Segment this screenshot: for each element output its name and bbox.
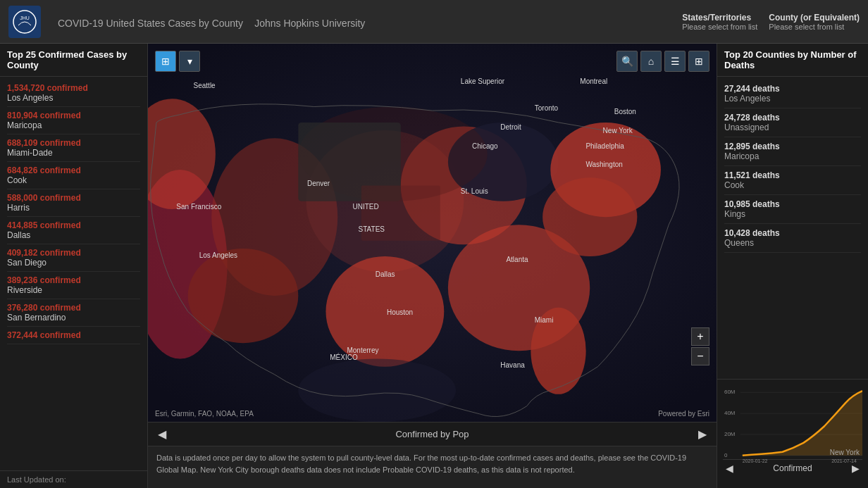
county-name: Riverside [7,285,140,295]
county-name: San Bernardino [7,313,140,323]
svg-point-19 [298,359,456,423]
county-confirmed-count: 588,000 confirmed [7,193,140,203]
county-list-item: 376,280 confirmed San Bernardino [7,299,140,327]
subtitle-text: Johns Hopkins University [254,18,365,29]
zoom-out-button[interactable]: − [691,347,709,365]
county-list-item: 389,236 confirmed Riverside [7,272,140,299]
map-toolbar-right: 🔍 ⌂ ☰ ⊞ [616,51,709,72]
left-panel: Top 25 Confirmed Cases by County 1,534,7… [0,44,148,488]
county-label: County (or Equivalent) [769,13,860,23]
grid-map-button[interactable]: ⊞ [688,51,709,72]
death-list-item: 24,728 deaths Unassigned [724,108,861,137]
county-list-item: 810,904 confirmed Maricopa [7,107,140,134]
zoom-controls: + − [691,327,709,365]
map-toolbar-left: ⊞ ▾ [155,51,200,72]
bottom-nav-bar: ◀ Confirmed by Pop ▶ [148,422,717,446]
death-county: Maricopa [724,151,861,161]
county-name: Harris [7,203,140,213]
info-bar: Data is updated once per day to allow th… [148,446,717,488]
search-map-button[interactable]: 🔍 [616,51,638,72]
county-confirmed-count: 688,109 confirmed [7,138,140,148]
svg-point-15 [326,256,444,367]
svg-point-7 [188,249,299,343]
main-layout: Top 25 Confirmed Cases by County 1,534,7… [0,44,868,488]
death-count: 27,244 deaths [724,84,861,94]
svg-rect-18 [361,185,440,240]
county-list-item: 414,885 confirmed Dallas [7,217,140,244]
death-list-item: 27,244 deaths Los Angeles [724,80,861,108]
map-container[interactable]: ⊞ ▾ 🔍 ⌂ ☰ ⊞ SeattleSan FranciscoLos Ange… [148,44,717,422]
next-map-button[interactable]: ▶ [694,427,711,441]
prev-map-button[interactable]: ◀ [154,427,170,441]
states-selector[interactable]: States/Territories Please select from li… [682,13,757,31]
header-selectors: States/Territories Please select from li… [682,13,860,31]
states-placeholder: Please select from list [682,23,757,31]
svg-text:JHU: JHU [20,15,30,20]
map-powered: Powered by Esri [658,410,709,418]
death-county: Los Angeles [724,94,861,104]
svg-text:40M: 40M [724,410,735,416]
county-list-item: 372,444 confirmed [7,327,140,344]
death-list: 27,244 deaths Los Angeles 24,728 deaths … [717,77,868,256]
county-name: Miami-Dade [7,148,140,158]
county-placeholder: Please select from list [769,23,844,31]
county-name: Los Angeles [7,93,140,103]
county-name: Maricopa [7,120,140,130]
zoom-in-button[interactable]: + [691,327,709,346]
svg-point-14 [542,177,637,256]
county-confirmed-count: 684,826 confirmed [7,165,140,175]
death-list-item: 11,521 deaths Cook [724,166,861,195]
county-name: San Diego [7,258,140,268]
svg-text:2021-07-14: 2021-07-14 [831,458,857,463]
death-count: 10,428 deaths [724,228,861,238]
death-count: 12,895 deaths [724,142,861,151]
chart-label: Confirmed [736,463,849,473]
death-county: Queens [724,238,861,248]
svg-point-12 [531,308,585,394]
last-updated: Last Updated on: [0,470,147,488]
county-name: Dallas [7,230,140,240]
county-confirmed-count: 372,444 confirmed [7,330,140,340]
map-attribution: Esri, Garmin, FAO, NOAA, EPA [155,410,254,418]
info-text: Data is updated once per day to allow th… [156,453,686,474]
new-york-chart-label: New York [723,449,862,456]
county-name: Cook [7,175,140,185]
county-list-item: 688,109 confirmed Miami-Dade [7,134,140,162]
map-tool-button[interactable]: ⊞ [155,51,176,72]
deaths-section: Top 20 Counties by Number of Deaths 27,2… [717,44,868,379]
county-confirmed-count: 409,182 confirmed [7,248,140,258]
death-list-item: 10,985 deaths Kings [724,195,861,224]
title-text: COVID-19 United States Cases by County [58,18,243,29]
center-panel: ⊞ ▾ 🔍 ⌂ ☰ ⊞ SeattleSan FranciscoLos Ange… [148,44,717,488]
left-panel-title: Top 25 Confirmed Cases by County [0,44,147,77]
usa-map[interactable] [148,44,717,422]
county-confirmed-count: 810,904 confirmed [7,111,140,120]
county-list-item: 1,534,720 confirmed Los Angeles [7,80,140,107]
county-list-item: 684,826 confirmed Cook [7,162,140,189]
death-county: Unassigned [724,123,861,132]
chart-section: 60M 40M 20M 0 2020-01-22 2021-07-14 [717,379,868,488]
list-map-button[interactable]: ☰ [664,51,686,72]
death-count: 11,521 deaths [724,170,861,180]
county-list-item: 588,000 confirmed Harris [7,189,140,217]
county-selector[interactable]: County (or Equivalent) Please select fro… [769,13,860,31]
logo: JHU [8,6,41,38]
death-county: Cook [724,180,861,190]
death-list-item: 12,895 deaths Maricopa [724,137,861,166]
death-county: Kings [724,209,861,219]
chart-next-button[interactable]: ▶ [849,463,862,474]
page-title: COVID-19 United States Cases by County J… [51,13,682,31]
map-mode-label: Confirmed by Pop [170,429,694,439]
chart-prev-button[interactable]: ◀ [723,463,736,474]
death-count: 10,985 deaths [724,199,861,209]
home-map-button[interactable]: ⌂ [640,51,662,72]
states-label: States/Territories [682,13,751,23]
county-confirmed-count: 1,534,720 confirmed [7,83,140,93]
county-confirmed-count: 414,885 confirmed [7,220,140,230]
right-panel-title: Top 20 Counties by Number of Deaths [717,44,868,77]
county-confirmed-count: 376,280 confirmed [7,303,140,313]
county-list-item: 409,182 confirmed San Diego [7,244,140,272]
right-panel: Top 20 Counties by Number of Deaths 27,2… [717,44,868,488]
svg-text:2020-01-22: 2020-01-22 [743,458,768,463]
map-dropdown-button[interactable]: ▾ [179,51,200,72]
